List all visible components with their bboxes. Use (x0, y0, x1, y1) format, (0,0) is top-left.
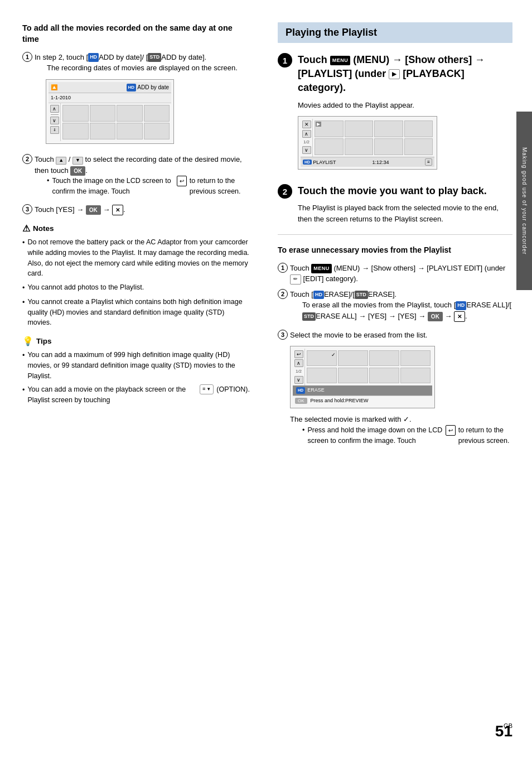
checkmark-sub-bullet: Press and hold the image down on the LCD… (302, 425, 512, 446)
notes-title: ⚠ Notes (22, 223, 250, 234)
playlist-down-btn[interactable]: ∨ (302, 146, 311, 154)
erase-step3-row: 3 Select the movie to be erased from the… (278, 330, 512, 449)
x-btn-step3[interactable]: ✕ (112, 205, 123, 215)
erase-step2-sub: To erase all the movies from the Playlis… (302, 300, 512, 322)
erase-back-btn[interactable]: ↩ (294, 350, 303, 358)
erase-hd-icon: HD (313, 291, 324, 300)
checkmark-sub-text2: to return to the previous screen. (458, 425, 512, 446)
menu-icon-erase: MENU (311, 264, 332, 274)
down-arrow-btn[interactable]: ▼ (72, 157, 83, 165)
notes-item-1: Do not remove the battery pack or the AC… (22, 237, 250, 279)
step3-circle: 3 (22, 204, 32, 214)
playlist-footer-left: HD PLAYLIST (303, 160, 336, 165)
screen-body: ∧ ∨ ⇓ (49, 103, 171, 141)
playlist-sidebar: ✕ ∧ 1/2 ∨ (301, 119, 313, 157)
notes-item-3: You cannot create a Playlist which conta… (22, 297, 250, 328)
step2-sub-bullet: Touch the image on the LCD screen to con… (47, 176, 250, 197)
divider (51, 114, 59, 115)
section-divider (278, 234, 512, 235)
tips-item-2-text: You can add a movie on the playback scre… (27, 384, 197, 406)
erase-thumb-2 (338, 350, 368, 366)
step3-row: 3 Touch [YES] → OK → ✕. (22, 204, 250, 215)
playlist-thumb-5 (315, 138, 344, 155)
screen-thumb-1 (62, 105, 89, 122)
notes-section: ⚠ Notes Do not remove the battery pack o… (22, 223, 250, 328)
big-step-2: 2 Touch the movie you want to play back.… (278, 184, 512, 224)
playlist-thumb-2 (345, 120, 374, 137)
big-step-1-title: Touch MENU (MENU) → [Show others] → [PLA… (298, 53, 512, 95)
playlist-hd-icon: HD (303, 160, 312, 165)
erase-screen-mockup: ↩ ∧ 1/2 ∨ (290, 346, 435, 408)
ok-button-step2[interactable]: OK (70, 166, 85, 176)
screen-header: 🔼 HD ADD by date (49, 82, 171, 93)
erase-thumb-1 (307, 350, 337, 366)
tips-list: You can add a maximum of 999 high defini… (22, 350, 250, 406)
tips-label: Tips (36, 337, 52, 345)
big-step-1-body: Movies added to the Playlist appear. (298, 100, 512, 111)
erase-all-std-icon: STD (302, 312, 316, 321)
playlist-footer-label: PLAYLIST (313, 160, 336, 165)
erase-step3-text: Select the movie to be erased from the l… (290, 330, 512, 449)
option-btn[interactable]: ≡▼ (200, 384, 214, 394)
add-by-date-screen: 🔼 HD ADD by date 1-1-2010 ∧ ∨ ⇓ (46, 79, 174, 144)
back-btn-step2[interactable]: ↩ (177, 176, 187, 186)
erase-content (305, 349, 432, 385)
erase-step1-circle: 1 (278, 263, 288, 273)
erase-footer-bottom: OK Press and hold:PREVIEW (293, 396, 432, 406)
erase-step1-row: 1 Touch MENU (MENU) → [Show others] → [P… (278, 263, 512, 285)
notes-label: Notes (33, 224, 54, 233)
screen-thumb-7 (117, 123, 143, 139)
x-btn-erase[interactable]: ✕ (454, 311, 465, 322)
checkmark-sub-text: Press and hold the image down on the LCD… (307, 425, 442, 446)
playlist-time: 1:12:34 (372, 160, 389, 165)
screen-sidebar: ∧ ∨ ⇓ (49, 103, 61, 141)
screen-double-down-btn[interactable]: ⇓ (50, 126, 59, 134)
screen-thumb-4 (144, 105, 170, 122)
step1-text: In step 2, touch [HDADD by date]/ [STDAD… (35, 52, 250, 150)
screen-thumb-8 (144, 123, 170, 139)
playlist-opt-btn[interactable]: ≡ (425, 158, 432, 166)
playlist-thumb-3 (374, 120, 403, 137)
screen-down-btn[interactable]: ∨ (50, 117, 59, 124)
screen-up-btn[interactable]: ∧ (50, 105, 59, 113)
left-column: To add all the movies recorded on the sa… (0, 0, 267, 757)
erase-footer-label: ERASE (307, 387, 325, 394)
tips-item-2: You can add a movie on the playback scre… (22, 384, 250, 406)
right-column: Playing the Playlist 1 Touch MENU (MENU)… (267, 0, 532, 757)
screen-thumb-5 (62, 123, 89, 139)
big-step-1-content: Touch MENU (MENU) → [Show others] → [PLA… (298, 53, 512, 175)
tips-item-1: You can add a maximum of 999 high defini… (22, 350, 250, 381)
erase-preview-text: Press and hold:PREVIEW (311, 397, 369, 405)
ok-btn-step3[interactable]: OK (86, 205, 101, 215)
screen-thumb-2 (90, 105, 116, 122)
erase-thumb-4 (400, 350, 431, 366)
erase-step2-circle: 2 (278, 289, 288, 299)
step3-text: Touch [YES] → OK → ✕. (35, 204, 250, 215)
page-container: To add all the movies recorded on the sa… (0, 0, 532, 757)
tips-icon: 💡 (22, 336, 33, 346)
playlist-up-btn[interactable]: ∧ (302, 130, 311, 138)
erase-thumb-6 (338, 368, 368, 383)
screen-thumb-3 (117, 105, 143, 122)
erase-std-icon: STD (355, 291, 368, 300)
ok-btn-erase[interactable]: OK (428, 312, 443, 321)
screen-date: 1-1-2010 (49, 93, 171, 104)
std-icon: STD (148, 53, 161, 62)
erase-up-btn[interactable]: ∧ (294, 359, 303, 367)
screen-header-text: HD ADD by date (127, 83, 169, 91)
erase-step3-circle: 3 (278, 330, 288, 340)
tips-item-2-end: (OPTION). (216, 384, 250, 395)
playlist-x-btn[interactable]: ✕ (302, 120, 311, 128)
screen-hd-icon: HD (127, 84, 137, 91)
erase-ok-btn[interactable]: OK (295, 398, 307, 404)
step1-row: 1 In step 2, touch [HDADD by date]/ [STD… (22, 52, 250, 150)
play-icon: ▶ (389, 69, 400, 79)
up-arrow-btn[interactable]: ▲ (56, 157, 66, 165)
screen-content (61, 103, 171, 141)
edit-icon: ✏ (290, 274, 301, 285)
menu-icon-step1: MENU (330, 56, 351, 65)
back-btn-erase-confirm[interactable]: ↩ (446, 425, 456, 436)
playlist-thumb-6 (345, 138, 374, 155)
erase-down-btn[interactable]: ∨ (294, 376, 303, 384)
page-number: 51 (495, 722, 512, 740)
